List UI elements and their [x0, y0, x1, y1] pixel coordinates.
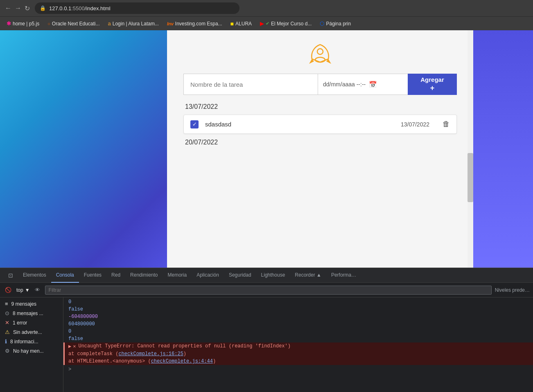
left-sidebar	[0, 30, 167, 268]
right-sidebar	[473, 30, 533, 268]
error-stack-text-1: at completeTask (	[68, 351, 118, 357]
bookmark-p5js[interactable]: ✱ home | p5.js	[3, 19, 43, 28]
console-body: ≡ 9 mensajes ⊙ 8 mensajes ... ✕ 1 error …	[0, 297, 533, 392]
check-icon: ✔	[266, 21, 269, 26]
tab-memoria[interactable]: Memoria	[163, 268, 192, 283]
sidebar-item-nohay[interactable]: ⚙ No hay men...	[0, 346, 63, 356]
add-button[interactable]: Agregar +	[408, 74, 457, 95]
task-item: ✓ sdasdasd 13/07/2022 🗑	[183, 115, 457, 134]
console-line-5: 0	[63, 328, 533, 335]
chevron-down-icon: ▼	[25, 287, 30, 293]
eye-icon[interactable]: 👁	[33, 286, 42, 294]
tab-consola[interactable]: Consola	[51, 268, 79, 283]
reload-button[interactable]: ↻	[25, 5, 30, 12]
sidebar-item-label: No hay men...	[13, 348, 44, 354]
console-line-6: false	[63, 335, 533, 342]
bookmark-dropbox[interactable]: ⬡ Página prin	[316, 19, 354, 28]
clear-console-icon[interactable]: 🚫	[3, 286, 13, 294]
rocket-svg	[306, 38, 334, 67]
add-button-plus: +	[430, 84, 435, 92]
youtube-icon: ▶	[260, 20, 264, 27]
console-main: 0 false -604800000 604800000 0 false ▶ ✕…	[63, 297, 533, 392]
messages-icon: ≡	[5, 301, 8, 307]
bookmark-label: ALURA	[235, 21, 252, 27]
sidebar-item-label: 8 mensajes ...	[13, 311, 43, 316]
lock-icon: 🔒	[40, 5, 46, 11]
tab-performa[interactable]: Performa…	[326, 268, 361, 283]
bookmark-oracle[interactable]: ○ Oracle Next Educati...	[44, 20, 103, 28]
sidebar-item-error[interactable]: ✕ 1 error	[0, 318, 63, 327]
sidebar-item-8mensajes[interactable]: ⊙ 8 mensajes ...	[0, 309, 63, 318]
sidebar-item-label: 8 informaci...	[10, 339, 38, 345]
console-error-stack-2: at HTMLElement.<anonymous> (checkComplet…	[63, 358, 533, 365]
calendar-icon: 📅	[369, 81, 377, 88]
error-link-2[interactable]: checkComplete.js:4:44	[151, 358, 213, 364]
tab-fuentes[interactable]: Fuentes	[79, 268, 106, 283]
center-content: dd/mm/aaaa --:-- 📅 Agregar + 13/07/2022 …	[167, 30, 473, 268]
checkmark-icon: ✓	[192, 121, 197, 127]
filter-input[interactable]	[45, 286, 492, 295]
tab-lighthouse[interactable]: Lighthouse	[256, 268, 290, 283]
address-bar[interactable]: 🔒 127.0.0.1:5500/index.html	[35, 2, 239, 14]
devtools-toggle-icon[interactable]: ⊡	[7, 271, 15, 279]
svg-point-0	[315, 57, 325, 62]
tab-recorder[interactable]: Recorder ▲	[290, 268, 326, 283]
date-group-header-1: 13/07/2022	[183, 103, 457, 110]
tab-elementos[interactable]: Elementos	[18, 268, 51, 283]
tab-seguridad[interactable]: Seguridad	[224, 268, 256, 283]
alura-icon: ■	[230, 20, 234, 27]
browser-chrome: ← → ↻ 🔒 127.0.0.1:5500/index.html	[0, 0, 533, 16]
console-error-stack-1: at completeTask (checkComplete.js:16:25)	[63, 350, 533, 358]
bookmark-alura[interactable]: ■ ALURA	[227, 19, 255, 28]
browser-content: dd/mm/aaaa --:-- 📅 Agregar + 13/07/2022 …	[0, 30, 533, 268]
scroll-thumb[interactable]	[468, 153, 473, 202]
sidebar-item-mensajes[interactable]: ≡ 9 mensajes	[0, 299, 63, 309]
warning-icon: ⚠	[5, 329, 10, 335]
task-name: sdasdasd	[205, 121, 394, 128]
bookmark-label: Investing.com Espa...	[175, 21, 222, 27]
sidebar-item-info[interactable]: ℹ 8 informaci...	[0, 337, 63, 346]
scroll-track	[468, 30, 473, 268]
console-prompt[interactable]: >	[63, 365, 533, 374]
triangle-icon: ▶	[68, 343, 71, 349]
circle-icon: ⊙	[5, 310, 9, 316]
bookmark-label: Login | Alura Latam...	[113, 21, 159, 27]
p5-icon: ✱	[7, 20, 11, 27]
error-stack-text-2: at HTMLElement.<anonymous> (	[68, 358, 151, 364]
task-checkbox[interactable]: ✓	[190, 120, 199, 128]
console-line-3: -604800000	[63, 313, 533, 320]
date-input[interactable]: dd/mm/aaaa --:-- 📅	[318, 74, 408, 95]
context-dropdown[interactable]: top ▼	[16, 287, 30, 293]
bookmark-investing[interactable]: Inv Investing.com Espa...	[164, 20, 226, 28]
error-marker-icon: ✕	[73, 343, 76, 349]
devtools-panel: ⊡ Elementos Consola Fuentes Red Rendimie…	[0, 268, 533, 392]
task-name-input[interactable]	[183, 74, 318, 95]
task-date: 13/07/2022	[401, 121, 429, 128]
oracle-icon: ○	[47, 21, 50, 26]
tab-aplicacion[interactable]: Aplicación	[192, 268, 224, 283]
back-button[interactable]: ←	[5, 5, 11, 12]
rocket-icon-container	[183, 38, 457, 67]
error-icon: ✕	[5, 320, 9, 326]
forward-button[interactable]: →	[15, 5, 21, 12]
error-message: Uncaught TypeError: Cannot read properti…	[78, 343, 290, 349]
tab-red[interactable]: Red	[106, 268, 125, 283]
amazon-icon: a	[108, 20, 111, 27]
bookmark-alura-login[interactable]: a Login | Alura Latam...	[105, 19, 162, 28]
console-error-line: ▶ ✕ Uncaught TypeError: Cannot read prop…	[63, 342, 533, 350]
date-value: dd/mm/aaaa --:--	[323, 81, 366, 88]
error-link-1[interactable]: checkComplete.js:16:25	[118, 351, 183, 357]
delete-button[interactable]: 🗑	[443, 120, 450, 128]
console-line-4: 604800000	[63, 320, 533, 328]
tab-rendimiento[interactable]: Rendimiento	[125, 268, 163, 283]
sidebar-item-warning[interactable]: ⚠ Sin adverte...	[0, 327, 63, 337]
sidebar-item-label: 1 error	[13, 320, 27, 326]
console-sidebar: ≡ 9 mensajes ⊙ 8 mensajes ... ✕ 1 error …	[0, 297, 63, 392]
devtools-toolbar: 🚫 top ▼ 👁 Niveles prede…	[0, 283, 533, 297]
dropbox-icon: ⬡	[320, 20, 324, 27]
devtools-tabs: ⊡ Elementos Consola Fuentes Red Rendimie…	[0, 268, 533, 283]
devtools-icon-buttons: ⊡	[3, 271, 18, 279]
sidebar-item-label: 9 mensajes	[11, 301, 36, 307]
bookmark-label: Oracle Next Educati...	[52, 21, 100, 27]
bookmark-youtube[interactable]: ▶ ✔ El Mejor Curso d...	[257, 19, 315, 28]
